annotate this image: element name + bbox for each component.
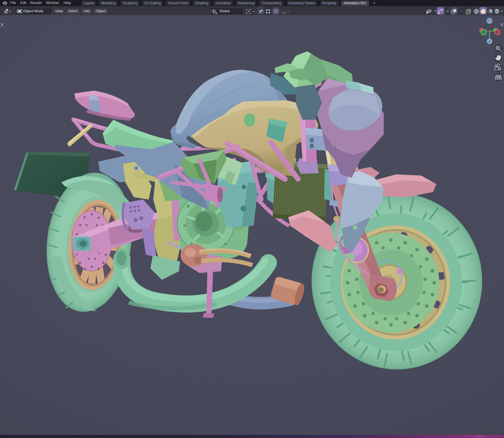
svg-text:Z: Z xyxy=(488,40,490,43)
